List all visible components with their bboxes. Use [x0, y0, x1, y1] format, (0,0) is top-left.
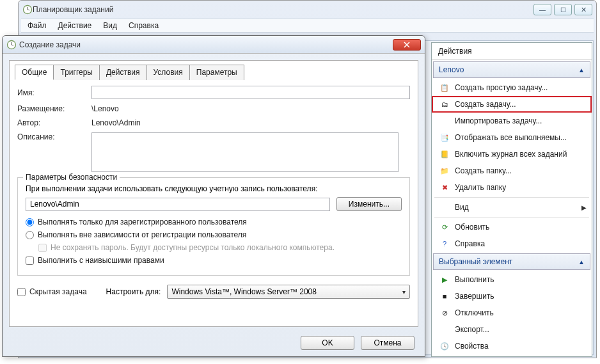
dialog-footer-row: Скрытая задача Настроить для: Windows Vi… [10, 285, 418, 304]
refresh-icon: ⟳ [439, 222, 450, 232]
location-label: Размещение: [17, 104, 91, 113]
menu-file[interactable]: Файл [28, 21, 47, 30]
check-highest-label: Выполнить с наивысшими правами [38, 256, 164, 265]
action-label: Справка [455, 239, 485, 248]
action-refresh[interactable]: ⟳Обновить [432, 219, 592, 235]
scheduler-icon [22, 4, 33, 15]
action-view[interactable]: Вид▶ [432, 199, 592, 216]
configure-for-value: Windows Vista™, Windows Server™ 2008 [171, 287, 317, 296]
security-groupbox: Параметры безопасности При выполнении за… [17, 177, 410, 276]
submenu-arrow-icon: ▶ [581, 204, 587, 211]
action-label: Создать простую задачу... [455, 83, 548, 92]
create-task-dialog: Создание задачи Общие Триггеры Действия … [2, 35, 425, 357]
description-input[interactable] [91, 132, 399, 172]
window-controls: — ☐ ✕ [533, 4, 592, 15]
action-create-basic-task[interactable]: 📋Создать простую задачу... [432, 79, 592, 96]
check-hidden-input[interactable] [17, 288, 26, 296]
menubar: Файл Действие Вид Справка [21, 19, 594, 33]
play-icon: ▶ [439, 274, 450, 285]
action-help[interactable]: ?Справка [432, 235, 592, 252]
menu-help[interactable]: Справка [129, 21, 159, 30]
separator [434, 217, 589, 218]
dialog-title: Создание задачи [19, 40, 393, 49]
author-label: Автор: [17, 118, 91, 127]
tab-conditions[interactable]: Условия [146, 65, 190, 80]
action-enable-history[interactable]: 📒Включить журнал всех заданий [432, 146, 592, 162]
radio-anyuser-label: Выполнять вне зависимости от регистрации… [38, 230, 246, 239]
action-label: Свойства [455, 342, 489, 351]
disable-icon: ⊘ [439, 308, 450, 318]
minimize-button[interactable]: — [533, 4, 551, 15]
tab-strip: Общие Триггеры Действия Условия Параметр… [10, 61, 418, 79]
check-nopass-label: Не сохранять пароль. Будут доступны ресу… [51, 243, 335, 252]
radio-anyuser[interactable]: Выполнять вне зависимости от регистрации… [26, 230, 402, 239]
configure-for-label: Настроить для: [106, 287, 161, 296]
task-icon: 🗂 [439, 99, 450, 109]
check-nopass: Не сохранять пароль. Будут доступны ресу… [38, 243, 402, 252]
radio-loggedon[interactable]: Выполнять только для зарегистрированного… [26, 218, 402, 226]
separator [434, 197, 589, 198]
menu-view[interactable]: Вид [103, 21, 117, 30]
radio-loggedon-label: Выполнять только для зарегистрированного… [38, 218, 247, 226]
radio-loggedon-input[interactable] [26, 218, 34, 226]
main-titlebar: Планировщик заданий — ☐ ✕ [19, 1, 596, 19]
running-icon: 📑 [439, 132, 450, 143]
action-label: Создать папку... [455, 166, 512, 175]
action-import-task[interactable]: Импортировать задачу... [432, 113, 592, 129]
collapse-icon: ▲ [578, 67, 585, 74]
folder-icon: 📁 [439, 166, 450, 176]
check-nopass-input [38, 244, 47, 252]
stop-icon: ■ [439, 291, 450, 301]
check-highest[interactable]: Выполнить с наивысшими правами [26, 256, 402, 265]
actions-header: Действия [432, 43, 592, 60]
radio-anyuser-input[interactable] [26, 231, 34, 239]
tab-triggers[interactable]: Триггеры [53, 65, 100, 80]
actions-group-selected[interactable]: Выбранный элемент ▲ [433, 253, 590, 270]
check-highest-input[interactable] [26, 257, 34, 265]
action-label: Экспорт... [455, 325, 489, 334]
tab-general[interactable]: Общие [15, 65, 54, 80]
runas-label: При выполнении задачи использовать следу… [26, 184, 402, 193]
action-show-running[interactable]: 📑Отображать все выполняемы... [432, 129, 592, 146]
action-new-folder[interactable]: 📁Создать папку... [432, 162, 592, 179]
ok-button[interactable]: OK [301, 336, 354, 350]
action-properties[interactable]: 🕓Свойства [432, 338, 592, 354]
security-legend: Параметры безопасности [23, 173, 120, 182]
action-label: Импортировать задачу... [455, 116, 542, 125]
properties-icon: 🕓 [439, 341, 450, 351]
maximize-button[interactable]: ☐ [554, 4, 572, 15]
change-user-button[interactable]: Изменить... [336, 197, 402, 211]
dialog-body: Общие Триггеры Действия Условия Параметр… [9, 60, 418, 327]
runas-user-box: Lenovo\Admin [26, 198, 330, 211]
action-label: Включить журнал всех заданий [455, 150, 567, 159]
dialog-close-button[interactable] [393, 39, 421, 51]
tab-general-content: Имя: Размещение: \Lenovo Автор: Lenovo\A… [10, 79, 418, 278]
configure-for-combo[interactable]: Windows Vista™, Windows Server™ 2008 ▾ [167, 285, 410, 299]
tab-settings[interactable]: Параметры [189, 65, 244, 80]
check-hidden[interactable]: Скрытая задача [17, 287, 87, 296]
action-label: Удалить папку [455, 183, 506, 192]
import-icon [439, 116, 450, 126]
action-delete-folder[interactable]: ✖Удалить папку [432, 179, 592, 196]
name-label: Имя: [17, 88, 91, 97]
blank-icon [439, 202, 450, 212]
export-icon [439, 324, 450, 335]
actions-group-lenovo[interactable]: Lenovo ▲ [433, 61, 590, 78]
action-end[interactable]: ■Завершить [432, 288, 592, 305]
action-export[interactable]: Экспорт... [432, 321, 592, 338]
name-input[interactable] [91, 86, 410, 99]
action-run[interactable]: ▶Выполнить [432, 271, 592, 288]
action-create-task[interactable]: 🗂Создать задачу... [432, 96, 592, 113]
close-icon [404, 42, 410, 48]
action-disable[interactable]: ⊘Отключить [432, 305, 592, 321]
runas-user-value: Lenovo\Admin [30, 200, 79, 209]
actions-group-label: Выбранный элемент [439, 257, 512, 266]
action-label: Отключить [455, 308, 494, 317]
tab-actions[interactable]: Действия [99, 65, 147, 80]
author-value: Lenovo\Admin [91, 118, 410, 127]
main-close-button[interactable]: ✕ [574, 4, 592, 15]
menu-action[interactable]: Действие [58, 21, 92, 30]
actions-group-label: Lenovo [439, 65, 464, 74]
delete-icon: ✖ [439, 182, 450, 193]
cancel-button[interactable]: Отмена [361, 336, 414, 350]
